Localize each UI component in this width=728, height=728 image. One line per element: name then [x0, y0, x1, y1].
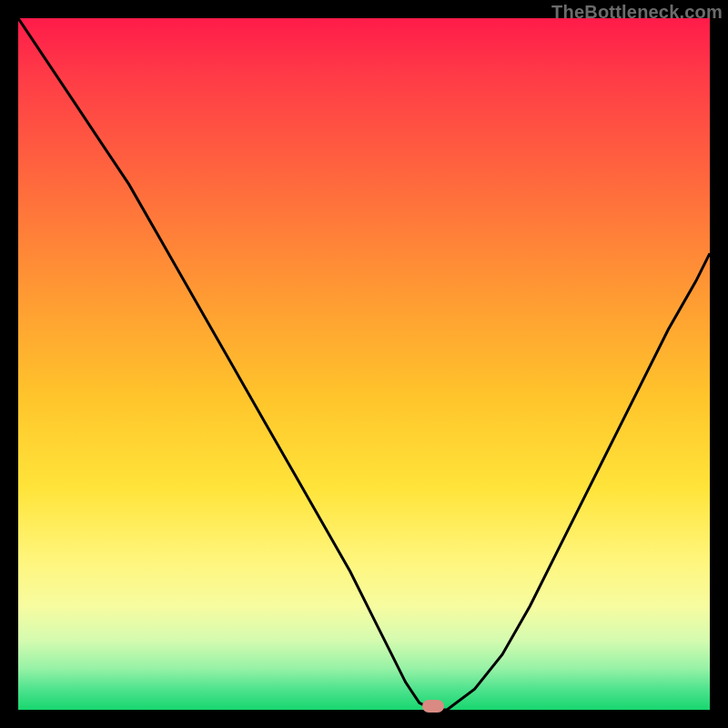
chart-frame: TheBottleneck.com	[0, 0, 728, 728]
optimal-point-marker	[422, 700, 444, 713]
chart-gradient-background	[18, 18, 710, 710]
watermark-text: TheBottleneck.com	[551, 2, 723, 23]
